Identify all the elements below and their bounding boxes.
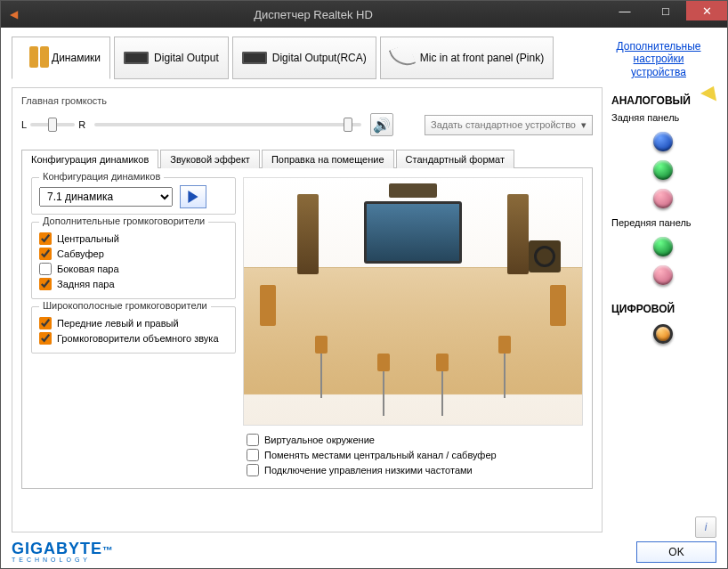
tab-mic-label: Mic in at front panel (Pink) [420, 52, 544, 64]
room-checkboxes: Виртуальное окружение Поменять местами ц… [243, 426, 583, 479]
balance-control: L R [21, 119, 85, 130]
volume-slider[interactable] [94, 123, 361, 126]
tab-speakers[interactable]: Динамики [12, 37, 110, 79]
volume-thumb[interactable] [344, 118, 352, 132]
tab-digital-rca-label: Digital Output(RCA) [272, 52, 367, 64]
jack-front-green[interactable] [653, 237, 673, 256]
balance-slider[interactable] [30, 123, 75, 126]
tab-digital-output[interactable]: Digital Output [114, 37, 229, 79]
checkbox-center[interactable]: Центральный [39, 232, 228, 245]
preview-subwoofer[interactable] [529, 240, 561, 272]
checkbox-bass-management[interactable]: Подключение управления низкими частотами [247, 464, 579, 476]
title-bar: ◀ Диспетчер Realtek HD — □ ✕ [1, 1, 727, 28]
checkbox-rear-pair-input[interactable] [39, 278, 52, 290]
digital-header: ЦИФРОВОЙ [611, 303, 715, 315]
window-buttons: — □ ✕ [604, 1, 727, 28]
info-button[interactable]: i [695, 516, 716, 538]
checkbox-subwoofer-input[interactable] [39, 248, 52, 260]
app-sound-icon: ◀ [4, 8, 22, 20]
jack-rear-pink[interactable] [653, 189, 673, 208]
checkbox-center-input[interactable] [39, 232, 52, 245]
preview-side-left[interactable] [260, 285, 276, 326]
checkbox-virtual-surround-input[interactable] [247, 434, 259, 446]
main-row: Главная громкость L R 🔊 Задать стандартн… [12, 87, 716, 532]
minimize-button[interactable]: — [604, 1, 645, 20]
subtab-room-correction[interactable]: Поправка на помещение [262, 150, 394, 168]
microphone-icon [390, 45, 415, 70]
analog-header: АНАЛОГОВЫЙ [611, 94, 715, 107]
content-area: Динамики Digital Output Digital Output(R… [1, 28, 727, 568]
room-floor [243, 267, 583, 394]
preview-surround-left[interactable] [377, 354, 390, 416]
test-play-button[interactable] [180, 185, 206, 208]
main-volume-group: Главная громкость L R 🔊 Задать стандартн… [21, 95, 593, 145]
preview-side-right[interactable] [550, 285, 566, 326]
jack-rear-green[interactable] [653, 160, 673, 180]
checkbox-virtual-surround[interactable]: Виртуальное окружение [247, 434, 579, 446]
maximize-button[interactable]: □ [645, 1, 686, 20]
tab-mic-in[interactable]: Mic in at front panel (Pink) [380, 37, 554, 79]
close-button[interactable]: ✕ [686, 1, 727, 20]
preview-surround-right[interactable] [436, 354, 449, 416]
checkbox-front-lr[interactable]: Передние левый и правый [39, 317, 228, 329]
checkbox-side-pair[interactable]: Боковая пара [39, 263, 228, 275]
preview-center-speaker[interactable] [389, 183, 437, 198]
subtab-default-format[interactable]: Стандартный формат [396, 150, 514, 168]
app-window: ◀ Диспетчер Realtek HD — □ ✕ Динамики Di… [0, 0, 728, 569]
speaker-config-group: Конфигурация динамиков 7.1 динамика [31, 177, 236, 215]
tab-digital-label: Digital Output [154, 52, 219, 64]
checkbox-side-pair-input[interactable] [39, 263, 52, 275]
checkbox-swap-center-sub-input[interactable] [247, 449, 259, 461]
mute-button[interactable]: 🔊 [370, 113, 393, 136]
jack-front-pink[interactable] [653, 265, 673, 285]
chevron-down-icon: ▾ [581, 119, 586, 131]
set-default-device-button[interactable]: Задать стандартное устройство ▾ [425, 115, 593, 135]
config-column: Конфигурация динамиков 7.1 динамика [31, 177, 236, 479]
checkbox-rear-pair[interactable]: Задняя пара [39, 278, 228, 290]
checkbox-surround-input[interactable] [39, 332, 52, 345]
checkbox-subwoofer[interactable]: Сабвуфер [39, 248, 228, 260]
main-volume-legend: Главная громкость [21, 95, 593, 106]
connector-panel: АНАЛОГОВЫЙ Задняя панель Передняя панель… [610, 87, 716, 532]
window-title: Диспетчер Realtek HD [22, 8, 604, 21]
info-icon: i [705, 521, 708, 533]
advanced-settings-link[interactable]: Дополнительные настройки устройства [601, 37, 716, 82]
subtab-sound-effect[interactable]: Звуковой эффект [160, 150, 260, 168]
optional-speakers-legend: Дополнительные громкоговорители [39, 215, 208, 226]
balance-left-label: L [21, 119, 27, 130]
preview-tv [364, 201, 462, 264]
checkbox-swap-center-sub[interactable]: Поменять местами центральный канал / саб… [247, 449, 579, 461]
preview-rear-left[interactable] [315, 336, 328, 398]
fullrange-speakers-legend: Широкополосные громкоговорители [39, 300, 211, 311]
analog-ribbon-icon [700, 83, 722, 102]
room-column: Виртуальное окружение Поменять местами ц… [243, 177, 583, 479]
checkbox-front-lr-input[interactable] [39, 317, 52, 329]
optional-speakers-group: Дополнительные громкоговорители Централь… [31, 222, 236, 299]
left-panel: Главная громкость L R 🔊 Задать стандартн… [12, 87, 603, 532]
speaker-config-legend: Конфигурация динамиков [39, 171, 164, 182]
brand-logo: GIGABYTE [12, 540, 102, 557]
subtab-body: Конфигурация динамиков 7.1 динамика [21, 168, 593, 489]
rear-panel-label: Задняя панель [611, 112, 715, 123]
fullrange-speakers-group: Широкополосные громкоговорители Передние… [31, 306, 236, 354]
tab-digital-output-rca[interactable]: Digital Output(RCA) [232, 37, 376, 79]
preview-front-left[interactable] [297, 194, 319, 274]
brand-subtitle: TECHNOLOGY [12, 557, 716, 563]
jack-digital-orange[interactable] [653, 324, 673, 344]
jack-rear-blue[interactable] [653, 132, 673, 151]
speaker-icon: 🔊 [373, 117, 391, 134]
play-icon [187, 191, 199, 203]
preview-rear-right[interactable] [498, 336, 511, 398]
device-tabs: Динамики Digital Output Digital Output(R… [12, 37, 716, 82]
balance-thumb[interactable] [48, 118, 57, 132]
checkbox-surround[interactable]: Громкоговорители объемного звука [39, 332, 228, 345]
speaker-config-select[interactable]: 7.1 динамика [39, 187, 173, 207]
speaker-room-preview[interactable] [243, 177, 583, 426]
subtab-speaker-config[interactable]: Конфигурация динамиков [21, 150, 158, 168]
volume-row: L R 🔊 Задать стандартное устройство ▾ [21, 110, 593, 145]
ok-button[interactable]: OK [636, 541, 716, 563]
amplifier-icon [124, 45, 149, 70]
preview-front-right[interactable] [507, 194, 529, 274]
advanced-settings-link-text[interactable]: Дополнительные настройки устройства [606, 40, 711, 78]
checkbox-bass-management-input[interactable] [247, 464, 259, 476]
